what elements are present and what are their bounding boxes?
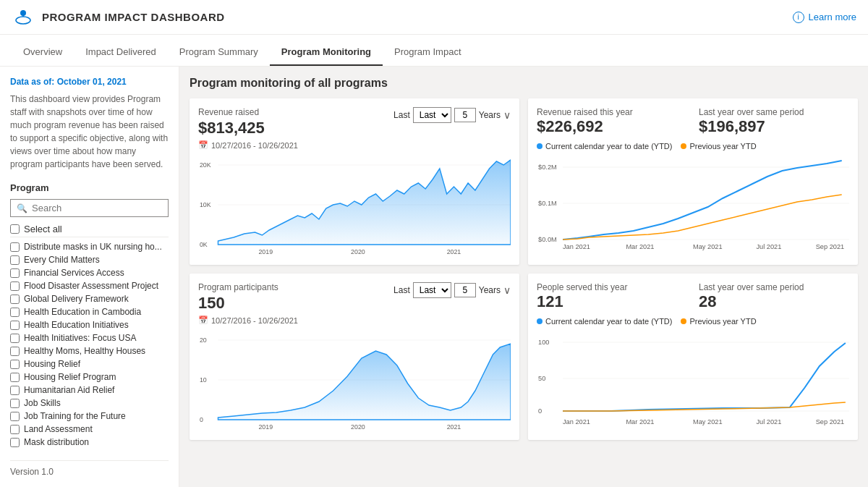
- program-name: Housing Relief: [24, 359, 80, 369]
- program-checkbox[interactable]: [10, 373, 20, 382]
- period-value-input[interactable]: [454, 108, 476, 122]
- program-name: Global Delivery Framework: [24, 294, 129, 304]
- participants-card-header: Program participants 150 Last Last Years…: [198, 282, 511, 313]
- participants-this-year-value: 121: [537, 292, 687, 311]
- program-checkbox[interactable]: [10, 242, 20, 252]
- svg-text:$0.2M: $0.2M: [538, 164, 557, 171]
- program-name: Health Education Initiatives: [24, 320, 129, 330]
- program-checkbox[interactable]: [10, 347, 20, 356]
- program-name: Every Child Matters: [24, 255, 100, 265]
- revenue-value: $813,425: [198, 119, 265, 137]
- period-select2[interactable]: Last: [413, 282, 451, 298]
- header-left: PROGRAM IMPACT DASHBOARD: [12, 6, 225, 29]
- program-label: Program: [10, 182, 169, 193]
- revenue-left: Revenue raised $813,425: [198, 107, 265, 137]
- expand-button[interactable]: ∨: [503, 109, 511, 121]
- revenue-this-year-label: Revenue raised this year: [537, 107, 687, 117]
- svg-text:May 2021: May 2021: [693, 418, 723, 425]
- list-item[interactable]: Global Delivery Framework: [10, 292, 169, 305]
- legend-previous-dot2: [681, 318, 686, 324]
- list-item[interactable]: Healthy Moms, Healthy Houses: [10, 344, 169, 357]
- svg-text:20K: 20K: [200, 161, 211, 169]
- tab-program-impact[interactable]: Program Impact: [383, 39, 472, 66]
- learn-more-text: Learn more: [809, 12, 856, 22]
- left-panel: Data as of: October 01, 2021 This dashbo…: [0, 67, 179, 487]
- list-item[interactable]: Flood Disaster Assessment Project: [10, 279, 169, 292]
- participants-right-top: People served this year 121 Last year ov…: [537, 282, 849, 311]
- program-checkbox[interactable]: [10, 425, 20, 434]
- program-checkbox[interactable]: [10, 334, 20, 343]
- list-item[interactable]: Financial Services Access: [10, 266, 169, 279]
- program-name: Humanitarian Aid Relief: [24, 385, 114, 395]
- program-name: Housing Relief Program: [24, 372, 116, 382]
- period-value-input2[interactable]: [454, 283, 476, 297]
- data-as-of-label: Data as of:: [10, 77, 54, 87]
- row-2: Program participants 150 Last Last Years…: [190, 274, 858, 440]
- list-item[interactable]: Mask distribution: [10, 436, 169, 449]
- participants-this-year-label: People served this year: [537, 282, 687, 292]
- revenue-this-year: Revenue raised this year $226,692: [537, 107, 687, 136]
- list-item[interactable]: Job Training for the Future: [10, 410, 169, 423]
- period-unit2: Years: [479, 285, 501, 295]
- participants-last-year-label: Last year over same period: [699, 282, 849, 292]
- learn-more-link[interactable]: i Learn more: [793, 12, 856, 23]
- revenue-ytd-chart: $0.2M $0.1M $0.0M Jan 2021 Mar 2021: [537, 155, 849, 256]
- select-all-checkbox[interactable]: [10, 224, 20, 234]
- period-select[interactable]: Last: [413, 107, 451, 123]
- search-box[interactable]: 🔍: [10, 199, 169, 217]
- revenue-right-card: Revenue raised this year $226,692 Last y…: [528, 98, 858, 265]
- participants-right-card: People served this year 121 Last year ov…: [528, 274, 858, 440]
- list-item[interactable]: Every Child Matters: [10, 253, 169, 266]
- data-date: Data as of: October 01, 2021: [10, 77, 169, 87]
- calendar-icon: 📅: [198, 140, 208, 150]
- program-name: Financial Services Access: [24, 268, 124, 278]
- logo-icon: [12, 6, 35, 29]
- program-checkbox[interactable]: [10, 308, 20, 317]
- svg-text:Jan 2021: Jan 2021: [563, 418, 590, 425]
- program-checkbox[interactable]: [10, 281, 20, 291]
- revenue-last-year-value: $196,897: [699, 117, 849, 136]
- program-checkbox[interactable]: [10, 295, 20, 304]
- program-checkbox[interactable]: [10, 360, 20, 369]
- svg-text:Sep 2021: Sep 2021: [816, 418, 845, 425]
- legend-current: Current calendar year to date (YTD): [537, 142, 672, 151]
- program-checkbox[interactable]: [10, 255, 20, 265]
- search-input[interactable]: [32, 203, 162, 213]
- program-checkbox[interactable]: [10, 412, 20, 421]
- list-item[interactable]: Housing Relief Program: [10, 370, 169, 384]
- list-item[interactable]: Land Assessment: [10, 423, 169, 436]
- list-item[interactable]: Distribute masks in UK nursing ho...: [10, 240, 169, 253]
- program-list: Distribute masks in UK nursing ho... Eve…: [10, 240, 169, 454]
- program-checkbox[interactable]: [10, 399, 20, 408]
- revenue-date-range: 📅 10/27/2016 - 10/26/2021: [198, 140, 511, 150]
- list-item[interactable]: Humanitarian Aid Relief: [10, 384, 169, 397]
- participants-controls: Last Last Years ∨: [393, 282, 511, 298]
- expand-button2[interactable]: ∨: [503, 284, 511, 296]
- section-title: Program monitoring of all programs: [190, 77, 858, 90]
- list-item[interactable]: Job Skills: [10, 397, 169, 410]
- svg-text:10K: 10K: [200, 201, 211, 208]
- program-checkbox[interactable]: [10, 268, 20, 278]
- program-name: Land Assessment: [24, 424, 93, 434]
- revenue-controls: Last Last Years ∨: [393, 107, 511, 123]
- tab-overview[interactable]: Overview: [12, 39, 74, 66]
- list-item[interactable]: Housing Relief: [10, 357, 169, 370]
- tab-program-monitoring[interactable]: Program Monitoring: [270, 39, 383, 66]
- list-item[interactable]: Health Education in Cambodia: [10, 305, 169, 318]
- svg-text:0K: 0K: [200, 241, 208, 248]
- search-icon: 🔍: [17, 203, 27, 213]
- tab-impact-delivered[interactable]: Impact Delivered: [74, 39, 168, 66]
- select-all-item[interactable]: Select all: [10, 221, 169, 237]
- program-checkbox[interactable]: [10, 321, 20, 330]
- list-item[interactable]: Health Initiatives: Focus USA: [10, 331, 169, 344]
- svg-text:2021: 2021: [447, 248, 461, 255]
- svg-text:Sep 2021: Sep 2021: [816, 243, 845, 250]
- program-checkbox[interactable]: [10, 438, 20, 447]
- program-checkbox[interactable]: [10, 386, 20, 395]
- info-icon: i: [793, 12, 804, 23]
- tab-program-summary[interactable]: Program Summary: [168, 39, 270, 66]
- svg-text:Mar 2021: Mar 2021: [626, 418, 654, 425]
- svg-point-1: [16, 17, 30, 24]
- participants-last-year: Last year over same period 28: [699, 282, 849, 311]
- list-item[interactable]: Health Education Initiatives: [10, 318, 169, 331]
